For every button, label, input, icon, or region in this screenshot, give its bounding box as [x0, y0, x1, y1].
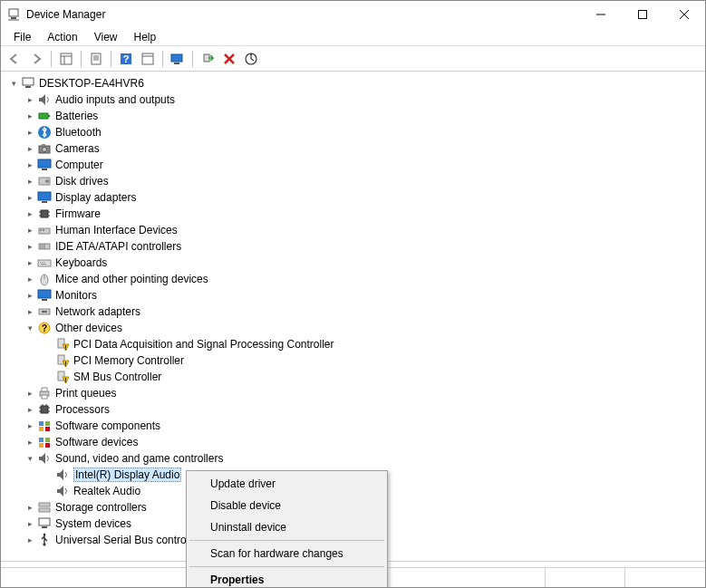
tree-item-pci-dasp[interactable]: ▸ ! PCI Data Acquisition and Signal Proc… [5, 336, 705, 352]
svg-point-28 [43, 148, 47, 152]
tree-item-sw-components[interactable]: ▸ Software components [5, 418, 705, 434]
tree-item-print-queues[interactable]: ▸ Print queues [5, 385, 705, 401]
chevron-down-icon[interactable]: ▾ [24, 453, 35, 464]
chevron-right-icon[interactable]: ▸ [24, 404, 35, 415]
computer-icon [21, 76, 35, 91]
cm-update-driver[interactable]: Update driver [189, 473, 385, 495]
tree-item-sound[interactable]: ▾ Sound, video and game controllers [5, 450, 705, 467]
back-button[interactable] [5, 49, 24, 69]
tree-item-batteries[interactable]: ▸ Batteries [5, 108, 705, 124]
chevron-right-icon[interactable]: ▸ [24, 437, 35, 448]
svg-rect-34 [38, 192, 51, 200]
tree-item-mice[interactable]: ▸ Mice and other pointing devices [5, 271, 705, 287]
tree-root[interactable]: ▾ DESKTOP-EA4HVR6 [5, 75, 705, 92]
chevron-down-icon[interactable]: ▾ [8, 78, 19, 89]
chevron-right-icon[interactable]: ▸ [24, 241, 35, 252]
chevron-right-icon[interactable]: ▸ [24, 420, 35, 431]
warning-icon: ! [55, 353, 70, 368]
update-driver-button[interactable] [168, 49, 188, 69]
bluetooth-icon [37, 125, 52, 140]
cm-uninstall-device[interactable]: Uninstall device [189, 516, 385, 538]
titlebar: Device Manager [1, 1, 705, 28]
forward-button[interactable] [26, 49, 46, 69]
show-hide-tree-button[interactable] [56, 49, 76, 69]
tree-item-sw-devices[interactable]: ▸ Software devices [5, 434, 705, 450]
svg-rect-50 [42, 262, 43, 263]
chevron-right-icon[interactable]: ▸ [24, 502, 35, 513]
uninstall-device-button[interactable] [219, 49, 239, 69]
chevron-right-icon[interactable]: ▸ [24, 388, 35, 399]
svg-rect-10 [92, 53, 101, 64]
enable-device-button[interactable] [198, 49, 218, 69]
menu-help[interactable]: Help [127, 29, 164, 45]
tree-item-bluetooth[interactable]: ▸ Bluetooth [5, 124, 705, 140]
cpu-icon [37, 402, 52, 417]
tree-item-computer[interactable]: ▸ Computer [5, 157, 705, 173]
tree-item-ide[interactable]: ▸ IDE ATA/ATAPI controllers [5, 238, 705, 255]
chevron-right-icon[interactable]: ▸ [24, 176, 35, 187]
tree-item-audio-io[interactable]: ▸ Audio inputs and outputs [5, 92, 705, 108]
speaker-icon [55, 484, 70, 498]
speaker-icon [37, 92, 52, 107]
usb-icon [37, 533, 52, 547]
battery-icon [37, 109, 52, 123]
chevron-right-icon[interactable]: ▸ [24, 143, 35, 154]
monitor-icon [37, 288, 52, 303]
tree-item-sm-bus[interactable]: ▸ ! SM Bus Controller [5, 369, 705, 385]
network-icon [37, 304, 52, 319]
chip-icon [37, 207, 52, 221]
help-button[interactable]: ? [116, 49, 136, 69]
close-button[interactable] [663, 1, 705, 28]
properties-button[interactable] [86, 49, 106, 69]
tree-item-disk-drives[interactable]: ▸ Disk drives [5, 173, 705, 189]
menu-view[interactable]: View [87, 29, 125, 45]
tree-item-processors[interactable]: ▸ Processors [5, 401, 705, 418]
svg-rect-83 [39, 443, 44, 448]
svg-rect-4 [639, 11, 647, 19]
scan-hardware-button[interactable] [241, 49, 261, 69]
tree-item-monitors[interactable]: ▸ Monitors [5, 287, 705, 304]
chevron-right-icon[interactable]: ▸ [24, 535, 35, 545]
svg-rect-77 [39, 421, 44, 426]
svg-point-33 [45, 179, 49, 183]
chevron-right-icon[interactable]: ▸ [24, 306, 35, 317]
component-icon [37, 419, 52, 433]
chevron-right-icon[interactable]: ▸ [24, 159, 35, 170]
chevron-right-icon[interactable]: ▸ [24, 257, 35, 268]
chevron-right-icon[interactable]: ▸ [24, 274, 35, 284]
chevron-right-icon[interactable]: ▸ [24, 225, 35, 236]
svg-point-89 [44, 534, 46, 536]
tree-item-firmware[interactable]: ▸ Firmware [5, 206, 705, 222]
tree-item-other-devices[interactable]: ▾ ? Other devices [5, 320, 705, 336]
menu-action[interactable]: Action [40, 29, 84, 45]
chevron-right-icon[interactable]: ▸ [24, 94, 35, 105]
chevron-right-icon[interactable]: ▸ [24, 518, 35, 529]
cm-disable-device[interactable]: Disable device [189, 495, 385, 516]
warning-icon: ! [55, 370, 70, 384]
chevron-right-icon[interactable]: ▸ [24, 290, 35, 301]
cm-scan-hardware[interactable]: Scan for hardware changes [189, 543, 385, 564]
cm-properties[interactable]: Properties [189, 569, 385, 588]
minimize-button[interactable] [580, 1, 622, 28]
chevron-right-icon[interactable]: ▸ [24, 208, 35, 219]
svg-rect-87 [39, 518, 50, 525]
chevron-right-icon[interactable]: ▸ [24, 192, 35, 203]
tree-item-hid[interactable]: ▸ Human Interface Devices [5, 222, 705, 238]
chevron-right-icon[interactable]: ▸ [24, 127, 35, 138]
maximize-button[interactable] [622, 1, 663, 28]
tree-item-display-adapters[interactable]: ▸ Display adapters [5, 189, 705, 206]
svg-text:!: ! [64, 344, 66, 351]
other-icon: ? [37, 321, 52, 335]
tree-item-keyboards[interactable]: ▸ Keyboards [5, 255, 705, 271]
tree-item-network[interactable]: ▸ Network adapters [5, 304, 705, 320]
tree-item-pci-memory[interactable]: ▸ ! PCI Memory Controller [5, 352, 705, 369]
tree-item-cameras[interactable]: ▸ Cameras [5, 140, 705, 157]
chevron-right-icon[interactable]: ▸ [24, 111, 35, 121]
chevron-down-icon[interactable]: ▾ [24, 323, 35, 333]
svg-rect-56 [42, 299, 47, 301]
cm-separator [189, 566, 384, 567]
menu-file[interactable]: File [6, 29, 38, 45]
show-hidden-button[interactable] [138, 49, 158, 69]
speaker-icon [55, 468, 70, 482]
svg-rect-0 [9, 9, 18, 16]
